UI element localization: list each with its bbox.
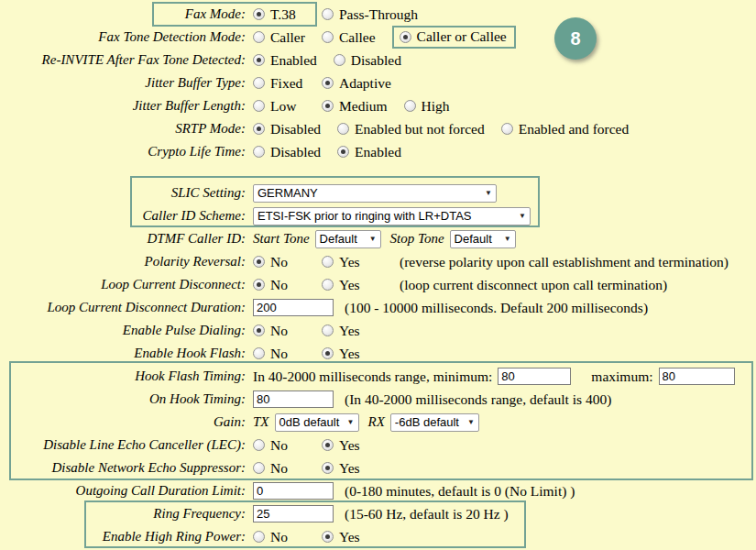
slic-setting-label: SLIC Setting: [0,185,246,201]
enable-high-ring-power-option-no[interactable]: No [253,529,305,545]
loop-current-disconnect-option-yes[interactable]: Yes [322,277,374,293]
disabled-radio[interactable] [253,146,265,158]
adaptive-radio-label: Adaptive [339,75,391,92]
srtp-mode-option-enabled-and-forced[interactable]: Enabled and forced [501,121,630,138]
gain-select-6db-default[interactable]: -6dB default▼ [390,413,479,432]
yes-radio[interactable] [322,439,334,451]
dropdown-arrow-icon: ▼ [467,418,475,426]
hook-flash-timing-row: Hook Flash Timing:In 40-2000 millisecond… [0,365,756,388]
jitter-buffer-type-option-adaptive[interactable]: Adaptive [322,75,391,92]
callee-radio[interactable] [322,31,334,43]
fax-tone-detection-mode-row: Fax Tone Detection Mode:CallerCalleeCall… [0,26,756,49]
disabled-radio[interactable] [334,54,345,66]
crypto-life-time-option-enabled[interactable]: Enabled [337,144,401,160]
jitter-buffer-length-option-medium[interactable]: Medium [322,98,388,115]
srtp-mode-row: SRTP Mode:DisabledEnabled but not forced… [0,117,756,140]
no-radio[interactable] [253,462,265,474]
yes-radio[interactable] [322,279,334,291]
jitter-buffer-type-controls: FixedAdaptive [253,75,408,92]
enabled-radio[interactable] [337,146,349,158]
no-radio[interactable] [253,256,265,268]
hook-flash-timing-input[interactable] [498,368,571,385]
loop-current-disconnect-duration-input[interactable] [253,299,334,316]
yes-radio[interactable] [322,324,334,336]
enable-pulse-dialing-option-yes[interactable]: Yes [322,323,374,339]
hook-flash-timing-label: Hook Flash Timing: [0,368,246,384]
yes-radio[interactable] [322,347,334,359]
loop-current-disconnect-hint-text: (loop current disconnect upon call termi… [400,277,667,293]
no-radio[interactable] [253,347,265,359]
medium-radio[interactable] [322,100,334,112]
dtmf-caller-id-select-default[interactable]: Default▼ [450,230,516,248]
enable-pulse-dialing-option-no[interactable]: No [253,323,305,339]
disable-line-echo-canceller-lec-option-no[interactable]: No [253,437,305,454]
enabled-but-not-forced-radio-label: Enabled but not forced [355,121,485,138]
enable-pulse-dialing-label: Enable Pulse Dialing: [0,323,246,338]
selected-value: Default [320,232,357,246]
adaptive-radio[interactable] [322,77,334,89]
gain-row: Gain:TX0dB default▼RX-6dB default▼ [0,411,756,434]
high-radio[interactable] [404,100,416,112]
srtp-mode-option-disabled[interactable]: Disabled [253,121,321,138]
fax-tone-detection-mode-option-caller[interactable]: Caller [253,29,305,46]
fax-tone-detection-mode-option-caller-or-callee[interactable]: Caller or Callee [392,26,516,49]
on-hook-timing-input[interactable] [253,390,334,408]
no-radio[interactable] [253,324,265,336]
no-radio[interactable] [253,279,265,291]
yes-radio-label: Yes [339,323,360,339]
gain-select-0db-default[interactable]: 0dB default▼ [275,413,359,432]
caller-or-callee-radio[interactable] [400,31,411,43]
disable-network-echo-suppressor-option-no[interactable]: No [253,460,305,477]
hook-flash-timing-input[interactable] [659,368,735,385]
jitter-buffer-length-label: Jitter Buffer Length: [0,98,246,114]
re-invite-after-fax-tone-detected-option-enabled[interactable]: Enabled [253,52,317,69]
enable-hook-flash-option-yes[interactable]: Yes [322,346,374,362]
caller-radio[interactable] [253,31,265,43]
low-radio[interactable] [253,100,265,112]
fixed-radio[interactable] [253,77,265,89]
disabled-radio[interactable] [253,123,265,135]
yes-radio[interactable] [322,531,334,543]
enable-hook-flash-option-no[interactable]: No [253,346,305,362]
disable-line-echo-canceller-lec-option-yes[interactable]: Yes [322,437,374,454]
ring-frequency-input[interactable] [253,505,334,522]
disable-network-echo-suppressor-label: Disable Network Echo Suppressor: [0,460,246,476]
fax-mode-option-t-38[interactable]: T.38 [253,6,305,23]
t-38-radio[interactable] [253,8,265,20]
enabled-radio[interactable] [253,54,265,66]
pass-through-radio[interactable] [322,8,334,20]
fax-mode-option-pass-through[interactable]: Pass-Through [322,6,418,23]
loop-current-disconnect-option-no[interactable]: No [253,277,305,293]
jitter-buffer-length-option-high[interactable]: High [404,98,456,115]
polarity-reversal-option-yes[interactable]: Yes [322,254,374,270]
disable-network-echo-suppressor-option-yes[interactable]: Yes [322,460,374,477]
enabled-but-not-forced-radio[interactable] [337,123,349,135]
gain-sublabel-tx: TX [253,414,269,430]
caller-id-scheme-select-etsi-fsk-prior-to-ringing-with-lr-dtas[interactable]: ETSI-FSK prior to ringing with LR+DTAS▼ [253,207,531,226]
no-radio[interactable] [253,439,265,451]
enable-high-ring-power-option-yes[interactable]: Yes [322,529,374,545]
no-radio[interactable] [253,531,265,543]
fax-tone-detection-mode-option-callee[interactable]: Callee [322,29,376,46]
jitter-buffer-length-option-low[interactable]: Low [253,98,305,115]
no-radio-label: No [270,254,288,270]
yes-radio[interactable] [322,256,334,268]
dtmf-caller-id-select-default[interactable]: Default▼ [315,230,381,248]
yes-radio[interactable] [322,462,334,474]
enable-hook-flash-label: Enable Hook Flash: [0,346,246,361]
slic-setting-select-germany[interactable]: GERMANY▼ [253,184,497,203]
outgoing-call-duration-limit-input[interactable] [253,482,334,500]
fax-tone-detection-mode-label: Fax Tone Detection Mode: [0,29,246,45]
crypto-life-time-option-disabled[interactable]: Disabled [253,144,321,160]
loop-current-disconnect-label: Loop Current Disconnect: [0,277,246,292]
slic-setting-controls: GERMANY▼ [253,184,497,203]
slic-setting-row: SLIC Setting:GERMANY▼ [0,182,756,204]
re-invite-after-fax-tone-detected-option-disabled[interactable]: Disabled [334,52,401,69]
srtp-mode-option-enabled-but-not-forced[interactable]: Enabled but not forced [337,121,485,138]
polarity-reversal-option-no[interactable]: No [253,254,305,270]
enabled-and-forced-radio[interactable] [501,123,513,135]
no-radio-label: No [270,277,288,293]
outgoing-call-duration-limit-label: Outgoing Call Duration Limit: [0,483,246,499]
jitter-buffer-type-option-fixed[interactable]: Fixed [253,75,305,92]
jitter-buffer-length-row: Jitter Buffer Length:LowMediumHigh [0,94,756,117]
